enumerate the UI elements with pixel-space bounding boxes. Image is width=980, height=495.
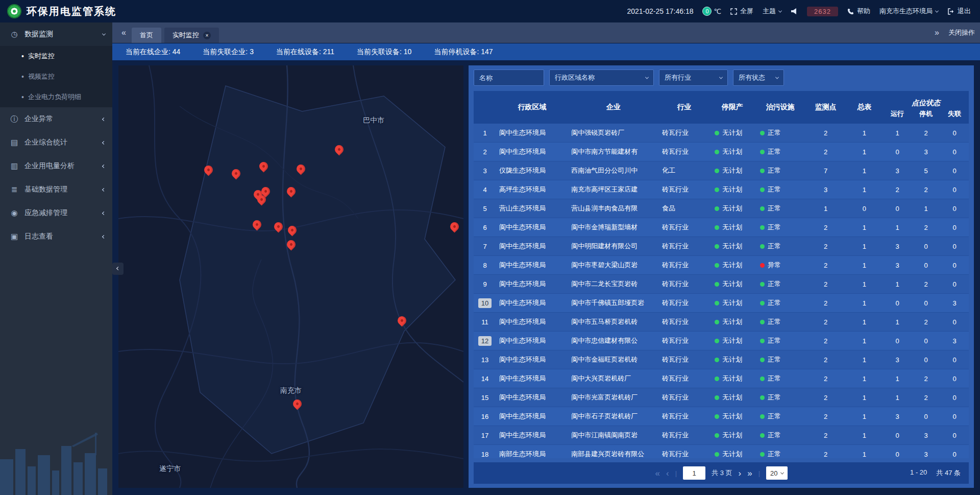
tab-scroll-left-button[interactable]: « xyxy=(117,28,130,37)
tab-close-icon[interactable]: × xyxy=(203,32,211,39)
cell-meters: 1 xyxy=(846,299,883,307)
next-page-button[interactable]: › xyxy=(739,469,742,478)
cell-company: 阆中明阳建材有限公司 xyxy=(568,242,659,251)
map-pin[interactable] xyxy=(398,316,407,328)
industry-filter-select[interactable]: 所有行业 xyxy=(659,69,728,86)
prev-page-button[interactable]: ‹ xyxy=(666,469,669,478)
theme-dropdown[interactable]: 主题 xyxy=(763,7,781,16)
cell-region: 阆中生态环境局 xyxy=(496,412,568,421)
map-pin[interactable] xyxy=(450,222,459,234)
content-area: « 首页 实时监控 × » 关闭操作 当前在线企业: 44当前失联企业: 3当前… xyxy=(112,22,980,495)
cell-lost: 0 xyxy=(940,356,969,364)
row-index: 14 xyxy=(481,375,488,383)
sidebar-subitem[interactable]: •视频监控 xyxy=(0,66,112,87)
status-filter-select[interactable]: 所有状态 xyxy=(733,69,784,86)
tab-realtime-monitor[interactable]: 实时监控 × xyxy=(164,28,219,43)
fullscreen-button[interactable]: 全屏 xyxy=(730,7,753,16)
chevron-down-icon xyxy=(780,470,783,474)
cell-meters: 1 xyxy=(846,413,883,420)
map-pin[interactable] xyxy=(274,222,283,234)
cell-run: 3 xyxy=(883,262,912,269)
table-row[interactable]: 9阆中生态环境局阆中市二龙长宝页岩砖砖瓦行业无计划正常21120 xyxy=(474,275,969,294)
table-row[interactable]: 15阆中生态环境局阆中市光富页岩机砖厂砖瓦行业无计划正常21120 xyxy=(474,388,969,407)
sidebar-collapse-button[interactable] xyxy=(112,263,124,275)
sidebar-item[interactable]: ≣基础数据管理 xyxy=(0,178,112,201)
map-panel[interactable]: 巴中市南充市遂宁市 xyxy=(118,65,463,488)
table-row[interactable]: 12阆中生态环境局阆中市忠信建材有限公砖瓦行业无计划正常21003 xyxy=(474,332,969,350)
cell-run: 1 xyxy=(883,318,912,326)
table-row[interactable]: 3仪陇生态环境局西南油气田分公司川中化工无计划正常71350 xyxy=(474,161,969,180)
map-pin[interactable] xyxy=(287,187,296,199)
status-dot-icon xyxy=(760,150,765,154)
map-pin[interactable] xyxy=(232,169,241,181)
sidebar-item-label: 应急减排管理 xyxy=(24,208,97,218)
map-pin[interactable] xyxy=(288,226,297,238)
sidebar-item[interactable]: ⓘ企业异常 xyxy=(0,107,112,131)
sidebar-item[interactable]: ▤企业综合统计 xyxy=(0,131,112,154)
tab-home[interactable]: 首页 xyxy=(132,28,161,43)
table-row[interactable]: 6阆中生态环境局阆中市金博瑞新型墙材砖瓦行业无计划正常21120 xyxy=(474,218,969,237)
table-row[interactable]: 17阆中生态环境局阆中市江南镇阆南页岩砖瓦行业无计划正常21030 xyxy=(474,426,969,445)
last-page-button[interactable]: » xyxy=(747,469,752,478)
cell-halt: 3 xyxy=(912,451,940,458)
status-filter-value: 所有状态 xyxy=(739,73,765,82)
alert-count-badge[interactable]: 2632 xyxy=(807,7,838,16)
map-pin[interactable] xyxy=(253,220,262,232)
table-row[interactable]: 7阆中生态环境局阆中明阳建材有限公司砖瓦行业无计划正常21300 xyxy=(474,237,969,256)
org-dropdown[interactable]: 南充市生态环境局 xyxy=(879,7,938,16)
table-row[interactable]: 10阆中生态环境局阆中市千佛镇五郎垭页岩砖瓦行业无计划正常21003 xyxy=(474,294,969,313)
map-pin[interactable] xyxy=(293,399,302,412)
first-page-button[interactable]: « xyxy=(655,469,660,478)
table-row[interactable]: 8阆中生态环境局阆中市枣碧大梁山页岩砖瓦行业无计划异常21300 xyxy=(474,256,969,275)
cell-halt: 2 xyxy=(912,318,940,326)
cell-company: 阆中市二龙长宝页岩砖 xyxy=(568,279,659,289)
cell-industry: 砖瓦行业 xyxy=(659,412,709,421)
cell-meters: 1 xyxy=(846,337,883,345)
map-pin[interactable] xyxy=(259,162,268,174)
cell-halt: 0 xyxy=(912,413,940,420)
region-filter-select[interactable]: 行政区域名称 xyxy=(549,69,654,86)
table-row[interactable]: 1阆中生态环境局阆中强锐页岩砖厂砖瓦行业无计划正常21120 xyxy=(474,124,969,143)
table-row[interactable]: 18南部生态环境局南部县建兴页岩砖有限公砖瓦行业无计划正常21030 xyxy=(474,445,969,458)
table-row[interactable]: 16阆中生态环境局阆中市石子页岩机砖厂砖瓦行业无计划正常21300 xyxy=(474,407,969,426)
page-number-input[interactable] xyxy=(683,466,705,480)
map-pin[interactable] xyxy=(204,166,213,178)
stat-value: 10 xyxy=(404,48,412,56)
tab-scroll-right-button[interactable]: » xyxy=(930,28,943,37)
map-pin[interactable] xyxy=(335,145,344,157)
sidebar-item[interactable]: ▥企业用电量分析 xyxy=(0,154,112,178)
sidebar-item[interactable]: ▣日志查看 xyxy=(0,225,112,248)
stop-status-label: 无计划 xyxy=(722,185,742,194)
cell-facility-status: 正常 xyxy=(755,298,805,308)
pin-shape-icon xyxy=(295,163,307,175)
help-button[interactable]: 帮助 xyxy=(847,7,870,16)
table-row[interactable]: 4高坪生态环境局南充市高坪区王家店建砖瓦行业无计划正常31220 xyxy=(474,180,969,199)
sidebar-item[interactable]: ◉应急减排管理 xyxy=(0,201,112,225)
status-dot-icon xyxy=(715,225,719,230)
table-row[interactable]: 14阆中生态环境局阆中大兴页岩机砖厂砖瓦行业无计划正常21120 xyxy=(474,369,969,388)
map-roads-decoration xyxy=(118,65,463,488)
table-row[interactable]: 2阆中生态环境局阆中市南方节能建材有砖瓦行业无计划正常21030 xyxy=(474,143,969,161)
page-size-select[interactable]: 20 xyxy=(766,466,787,480)
status-dot-icon xyxy=(715,206,719,211)
sidebar-item[interactable]: ◷数据监测 xyxy=(0,22,112,46)
table-row[interactable]: 13阆中生态环境局阆中市金福旺页岩机砖砖瓦行业无计划正常21300 xyxy=(474,350,969,369)
table-row[interactable]: 5营山生态环境局营山县润丰肉食品有限食品无计划正常10010 xyxy=(474,199,969,218)
sidebar-subitem[interactable]: •实时监控 xyxy=(0,46,112,66)
map-pin[interactable] xyxy=(297,164,306,177)
logout-button[interactable]: 退出 xyxy=(947,7,971,16)
cell-points: 2 xyxy=(805,243,845,250)
row-index: 8 xyxy=(483,262,486,269)
cell-industry: 砖瓦行业 xyxy=(659,298,709,308)
map-pin[interactable] xyxy=(257,195,266,207)
close-operations-button[interactable]: 关闭操作 xyxy=(948,28,975,37)
facility-status-label: 正常 xyxy=(768,336,781,345)
announcement-button[interactable] xyxy=(791,8,798,14)
name-filter-input[interactable] xyxy=(474,69,544,86)
cell-meters: 1 xyxy=(846,243,883,250)
table-row[interactable]: 11阆中生态环境局阆中市五马桥页岩机砖砖瓦行业无计划正常21120 xyxy=(474,313,969,332)
logout-label: 退出 xyxy=(958,7,971,16)
cell-index: 15 xyxy=(474,394,496,402)
map-pin[interactable] xyxy=(287,240,296,252)
sidebar-subitem[interactable]: •企业电力负荷明细 xyxy=(0,87,112,107)
